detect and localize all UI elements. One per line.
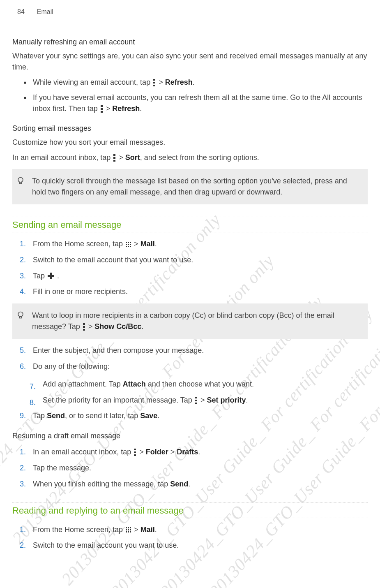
step-home-mail: From the Home screen, tap > Mail.: [33, 238, 368, 250]
send-label: Send: [170, 480, 188, 488]
lightbulb-icon: [16, 176, 25, 185]
text: From the Home screen, tap: [33, 525, 125, 534]
step-do-following: Do any of the following: Add an attachme…: [33, 361, 368, 406]
text: From the Home screen, tap: [33, 240, 125, 248]
drafts-label: Drafts: [177, 448, 198, 456]
mail-label: Mail: [140, 525, 155, 534]
chapter-title: Email: [37, 8, 53, 16]
text: .: [57, 272, 59, 280]
text: >: [139, 448, 146, 456]
manual-refresh-intro: Whatever your sync settings are, you can…: [12, 51, 368, 73]
text: .: [193, 78, 195, 86]
refresh-label: Refresh: [112, 104, 140, 113]
apps-grid-icon: [126, 527, 131, 532]
text: Tap: [33, 412, 47, 420]
send-label: Send: [47, 412, 65, 420]
tip-text: Want to loop in more recipients in a car…: [32, 311, 334, 331]
overflow-menu-icon: [83, 323, 85, 331]
text: >: [200, 396, 207, 404]
text: Set the priority for an important messag…: [43, 396, 194, 404]
text: .: [155, 525, 157, 534]
folder-label: Folder: [146, 448, 168, 456]
text: , and select from the sorting options.: [140, 153, 259, 162]
text: .: [141, 322, 143, 331]
sending-heading: Sending an email message: [12, 217, 368, 232]
text: .: [188, 480, 190, 488]
bullet-refresh-single: While viewing an email account, tap > Re…: [33, 77, 368, 88]
text: .: [198, 448, 200, 456]
resume-step-tap: Tap the message.: [33, 462, 368, 474]
tip-cc-bcc: Want to loop in more recipients in a car…: [12, 303, 368, 339]
show-ccbcc-label: Show Cc/Bcc: [94, 322, 141, 331]
mail-label: Mail: [140, 240, 155, 248]
step-recipients: Fill in one or more recipients.: [33, 286, 368, 298]
resume-step-folder: In an email account inbox, tap > Folder …: [33, 446, 368, 458]
text: While viewing an email account, tap: [33, 78, 152, 86]
tip-text: To quickly scroll through the message li…: [32, 177, 347, 196]
save-label: Save: [140, 412, 157, 420]
text: Do any of the following:: [33, 362, 110, 370]
text: When you finish editing the message, tap: [33, 480, 170, 488]
sort-label: Sort: [125, 153, 140, 162]
plus-icon: [48, 273, 54, 279]
bullet-refresh-all: If you have several email accounts, you …: [33, 92, 368, 114]
overflow-menu-icon: [113, 154, 116, 162]
manual-refresh-heading: Manually refreshing an email account: [12, 38, 368, 46]
svg-rect-1: [20, 182, 22, 183]
text: In an email account inbox, tap: [12, 153, 113, 162]
resume-heading: Resuming a draft email message: [12, 432, 368, 440]
sorting-heading: Sorting email messages: [12, 124, 368, 133]
text: and then choose what you want.: [146, 380, 254, 388]
step-switch-account: Switch to the email account that you wan…: [33, 254, 368, 266]
text: .: [155, 240, 157, 248]
page-header: 84 Email: [0, 0, 380, 20]
apps-grid-icon: [126, 242, 131, 247]
text: In an email account inbox, tap: [33, 448, 133, 456]
overflow-menu-icon: [134, 449, 136, 456]
tip-sorting-scroll: To quickly scroll through the message li…: [12, 169, 368, 204]
text: >: [159, 78, 165, 86]
sorting-line2: In an email account inbox, tap > Sort, a…: [12, 152, 368, 163]
text: Add an attachment. Tap: [43, 380, 123, 388]
step-subject: Enter the subject, and then compose your…: [33, 345, 368, 357]
read-step-switch: Switch to the email account you want to …: [33, 539, 368, 551]
svg-point-2: [18, 312, 23, 317]
read-step-home: From the Home screen, tap > Mail.: [33, 524, 368, 536]
text: >: [106, 104, 113, 113]
text: Tap: [33, 272, 47, 280]
text: .: [157, 412, 159, 420]
svg-point-0: [18, 178, 23, 183]
text: If you have several email accounts, you …: [33, 93, 362, 113]
set-priority-label: Set priority: [207, 396, 246, 404]
text: >: [134, 525, 140, 534]
text: , or to send it later, tap: [65, 412, 140, 420]
resume-step-send: When you finish editing the message, tap…: [33, 478, 368, 490]
overflow-menu-icon: [153, 79, 156, 86]
text: >: [134, 240, 140, 248]
lightbulb-icon: [16, 311, 25, 319]
text: >: [88, 322, 95, 331]
refresh-label: Refresh: [165, 78, 193, 86]
attach-label: Attach: [123, 380, 146, 388]
sub-priority: Set the priority for an important messag…: [43, 394, 368, 406]
text: >: [119, 153, 125, 162]
sorting-line1: Customize how you sort your email messag…: [12, 137, 368, 148]
step-send-save: Tap Send, or to send it later, tap Save.: [33, 410, 368, 422]
sub-attach: Add an attachment. Tap Attach and then c…: [43, 378, 368, 390]
text: .: [140, 104, 142, 113]
svg-rect-3: [20, 317, 22, 318]
reading-heading: Reading and replying to an email message: [12, 502, 368, 518]
overflow-menu-icon: [195, 397, 198, 404]
text: .: [246, 396, 248, 404]
page-number: 84: [17, 8, 25, 16]
text: >: [168, 448, 177, 456]
overflow-menu-icon: [101, 105, 103, 113]
step-tap-plus: Tap .: [33, 270, 368, 282]
